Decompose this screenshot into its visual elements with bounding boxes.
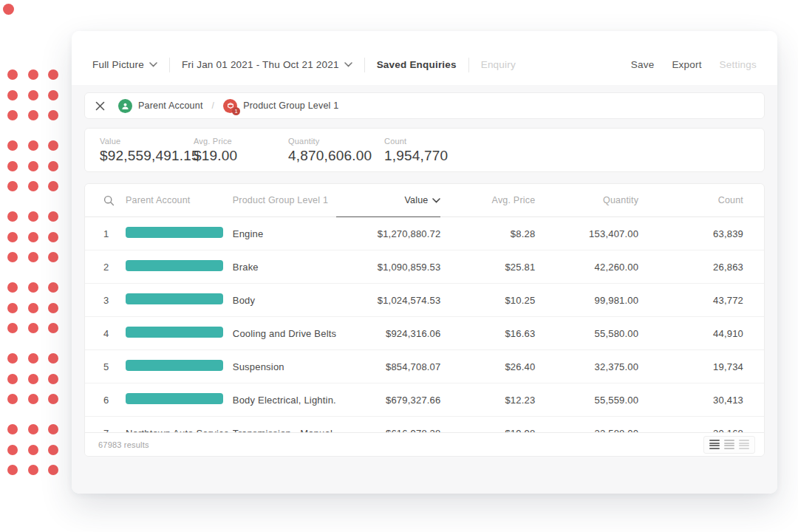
table-row[interactable]: 1Engine$1,270,880.72$8.28153,407.0063,83… xyxy=(85,217,764,250)
decor-dot xyxy=(7,140,18,151)
decor-dot xyxy=(48,424,58,434)
stat-number: $92,559,491.15 xyxy=(100,148,194,164)
row-density-selector xyxy=(703,436,755,454)
quantity-cell: 55,559.00 xyxy=(535,395,638,406)
table-row[interactable]: 7Northtown Auto ServiceTransmission - Ma… xyxy=(85,417,764,432)
filter-chip-parent-account[interactable]: Parent Account xyxy=(118,99,203,113)
count-cell: 26,863 xyxy=(638,262,743,273)
decor-dot xyxy=(7,303,18,313)
column-header-avg-price[interactable]: Avg. Price xyxy=(440,195,535,205)
product-group-cell: Body xyxy=(233,295,336,306)
decor-dot xyxy=(28,69,38,80)
decor-dot xyxy=(48,232,58,242)
tab-saved-enquiries[interactable]: Saved Enquiries xyxy=(377,59,457,70)
toolbar: Full Picture Fri Jan 01 2021 - Thu Oct 2… xyxy=(72,31,777,85)
stat-number: 1,954,770 xyxy=(384,148,480,164)
decor-dot xyxy=(28,161,38,171)
stat-label: Avg. Price xyxy=(194,137,288,146)
tab-enquiry[interactable]: Enquiry xyxy=(481,59,516,70)
quantity-cell: 55,580.00 xyxy=(535,328,638,339)
density-option-icon[interactable] xyxy=(724,440,734,449)
results-count: 67983 results xyxy=(98,440,149,449)
column-header-quantity[interactable]: Quantity xyxy=(535,195,638,205)
decor-dot xyxy=(48,323,58,333)
stat-quantity: Quantity 4,870,606.00 xyxy=(288,137,384,164)
table-row[interactable]: 6Body Electrical, Lightin...$679,327.66$… xyxy=(85,383,764,417)
value-cell: $1,090,859.53 xyxy=(336,262,441,273)
column-header-value-sorted[interactable]: Value xyxy=(336,184,441,217)
table-footer: 67983 results xyxy=(85,432,764,456)
dot-pattern xyxy=(0,0,70,532)
quantity-cell: 153,407.00 xyxy=(535,228,638,239)
product-group-cell: Cooling and Drive Belts xyxy=(233,328,336,339)
value-cell: $1,024,574.53 xyxy=(336,295,441,306)
density-option-icon[interactable] xyxy=(739,440,749,449)
decor-dot xyxy=(7,394,18,404)
table-body: 1Engine$1,270,880.72$8.28153,407.0063,83… xyxy=(85,217,764,432)
decor-dot xyxy=(7,445,18,455)
decor-dot xyxy=(48,353,58,364)
avg-price-cell: $12.23 xyxy=(440,395,535,406)
table-row[interactable]: 2Brake$1,090,859.53$25.8142,260.0026,863 xyxy=(85,250,764,284)
table-row[interactable]: 3Body$1,024,574.53$10.2599,981.0043,772 xyxy=(85,284,764,317)
value-cell: $854,708.07 xyxy=(336,361,441,372)
sort-chevron-down-icon xyxy=(432,198,440,203)
avg-price-cell: $8.28 xyxy=(440,228,535,239)
export-button[interactable]: Export xyxy=(672,59,701,70)
parent-account-redacted-bar xyxy=(126,327,223,338)
decor-dot xyxy=(48,445,58,455)
decor-dot xyxy=(48,69,58,80)
count-cell: 30,413 xyxy=(638,395,743,406)
view-selector[interactable]: Full Picture xyxy=(92,59,157,70)
decor-dot xyxy=(28,110,38,120)
density-option-icon[interactable] xyxy=(709,440,720,449)
avg-price-cell: $10.25 xyxy=(440,295,535,306)
column-header-value-label: Value xyxy=(404,195,428,205)
table-row[interactable]: 4Cooling and Drive Belts$924,316.06$16.6… xyxy=(85,317,764,350)
divider xyxy=(169,58,170,72)
decor-dot xyxy=(7,232,18,242)
decor-dot xyxy=(48,465,58,475)
decor-dot xyxy=(28,323,38,333)
decor-dot xyxy=(28,232,38,242)
count-cell: 19,734 xyxy=(638,361,743,372)
stat-value: Value $92,559,491.15 xyxy=(100,137,194,164)
account-icon xyxy=(118,99,132,113)
row-rank: 4 xyxy=(103,328,126,339)
decor-dot xyxy=(28,465,38,475)
decor-dot xyxy=(28,303,38,313)
decor-dot xyxy=(7,110,18,120)
table-row[interactable]: 5Suspension$854,708.07$26.4032,375.0019,… xyxy=(85,350,764,383)
decor-dot xyxy=(48,211,58,222)
decor-dot xyxy=(28,252,38,262)
close-icon[interactable] xyxy=(95,101,105,111)
stat-label: Value xyxy=(100,137,194,146)
decor-dot xyxy=(28,394,38,404)
decor-dot xyxy=(7,252,18,262)
column-header-parent-account[interactable]: Parent Account xyxy=(126,195,233,205)
decor-dot xyxy=(48,252,58,262)
panel-body: Parent Account / 1 Product Group Level 1… xyxy=(72,85,777,494)
filter-chip-product-group[interactable]: 1 Product Group Level 1 xyxy=(223,99,338,113)
stat-avg-price: Avg. Price $19.00 xyxy=(194,137,288,164)
decor-dot xyxy=(48,394,58,404)
column-header-product-group[interactable]: Product Group Level 1 xyxy=(233,195,336,205)
stat-count: Count 1,954,770 xyxy=(384,137,480,164)
settings-button[interactable]: Settings xyxy=(720,59,757,70)
avg-price-cell: $16.63 xyxy=(440,328,535,339)
column-header-count[interactable]: Count xyxy=(638,195,743,205)
product-group-cell: Engine xyxy=(233,228,336,239)
decor-dot xyxy=(48,303,58,313)
chevron-down-icon xyxy=(344,62,352,67)
level-badge: 1 xyxy=(232,107,240,115)
save-button[interactable]: Save xyxy=(631,59,655,70)
parent-account-cell xyxy=(126,227,233,240)
decor-dot xyxy=(28,445,38,455)
filter-chip-label: Parent Account xyxy=(138,100,203,111)
parent-account-redacted-bar xyxy=(126,227,223,238)
decor-dot xyxy=(7,353,18,364)
search-icon[interactable] xyxy=(103,195,115,206)
parent-account-redacted-bar xyxy=(126,393,223,404)
date-range-selector[interactable]: Fri Jan 01 2021 - Thu Oct 21 2021 xyxy=(182,59,352,70)
value-cell: $1,270,880.72 xyxy=(336,228,441,239)
